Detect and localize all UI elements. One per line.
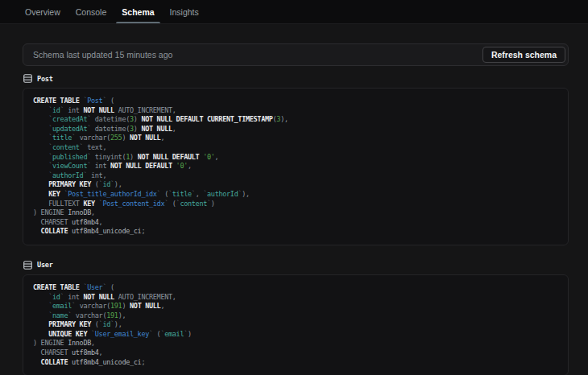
tab-bar: OverviewConsoleSchemaInsights: [0, 0, 588, 24]
code-line: CREATE TABLE `Post` (: [33, 97, 558, 106]
tab-label: Schema: [122, 7, 154, 17]
tab-console[interactable]: Console: [70, 0, 113, 23]
code-line: `id` int NOT NULL AUTO_INCREMENT,: [33, 293, 558, 303]
table-icon: [23, 261, 32, 270]
code-line: `email` varchar(191) NOT NULL,: [33, 302, 558, 311]
refresh-schema-button[interactable]: Refresh schema: [482, 47, 565, 63]
table-icon: [23, 74, 32, 83]
code-line: CREATE TABLE `User` (: [33, 283, 558, 293]
code-line: FULLTEXT KEY `Post_content_idx` (`conten…: [33, 200, 558, 209]
code-line: `name` varchar(191),: [33, 311, 558, 321]
code-line: `createdAt` datetime(3) NOT NULL DEFAULT…: [33, 115, 558, 125]
tab-schema[interactable]: Schema: [116, 0, 159, 23]
table-name: Post: [37, 75, 53, 83]
tab-label: Overview: [25, 7, 60, 17]
code-line: `updatedAt` datetime(3) NOT NULL,: [33, 125, 558, 134]
table-section-post: PostCREATE TABLE `Post` ( `id` int NOT N…: [23, 74, 569, 245]
code-line: CHARSET utf8mb4,: [33, 348, 558, 358]
code-line: PRIMARY KEY (`id`),: [33, 180, 558, 190]
code-line: `authorId` int,: [33, 171, 558, 181]
code-line: `title` varchar(255) NOT NULL,: [33, 134, 558, 143]
code-line: COLLATE utf8mb4_unicode_ci;: [33, 358, 558, 368]
code-line: `id` int NOT NULL AUTO_INCREMENT,: [33, 106, 558, 116]
table-header: User: [23, 261, 569, 270]
tables-list: PostCREATE TABLE `Post` ( `id` int NOT N…: [23, 74, 569, 375]
code-line: ) ENGINE InnoDB,: [33, 339, 558, 348]
schema-content: Schema last updated 15 minutes ago Refre…: [0, 24, 588, 375]
code-line: `published` tinyint(1) NOT NULL DEFAULT …: [33, 153, 558, 163]
code-line: `content` text,: [33, 143, 558, 153]
code-line: CHARSET utf8mb4,: [33, 218, 558, 228]
sql-code-post: CREATE TABLE `Post` ( `id` int NOT NULL …: [23, 88, 569, 245]
table-header: Post: [23, 74, 569, 83]
table-name: User: [37, 261, 53, 269]
code-line: PRIMARY KEY (`id`),: [33, 320, 558, 330]
tab-insights[interactable]: Insights: [164, 0, 205, 23]
schema-status-bar: Schema last updated 15 minutes ago Refre…: [23, 43, 569, 66]
code-line: COLLATE utf8mb4_unicode_ci;: [33, 227, 558, 237]
schema-last-updated-text: Schema last updated 15 minutes ago: [33, 50, 172, 60]
code-line: UNIQUE KEY `User_email_key` (`email`): [33, 330, 558, 340]
tab-label: Console: [76, 7, 107, 17]
tab-label: Insights: [170, 7, 199, 17]
sql-code-user: CREATE TABLE `User` ( `id` int NOT NULL …: [23, 274, 569, 375]
code-line: KEY `Post_title_authorId_idx` (`title`, …: [33, 190, 558, 200]
code-line: `viewCount` int NOT NULL DEFAULT '0',: [33, 162, 558, 171]
code-line: ) ENGINE InnoDB,: [33, 208, 558, 218]
table-section-user: UserCREATE TABLE `User` ( `id` int NOT N…: [23, 261, 569, 375]
tab-overview[interactable]: Overview: [19, 0, 66, 23]
